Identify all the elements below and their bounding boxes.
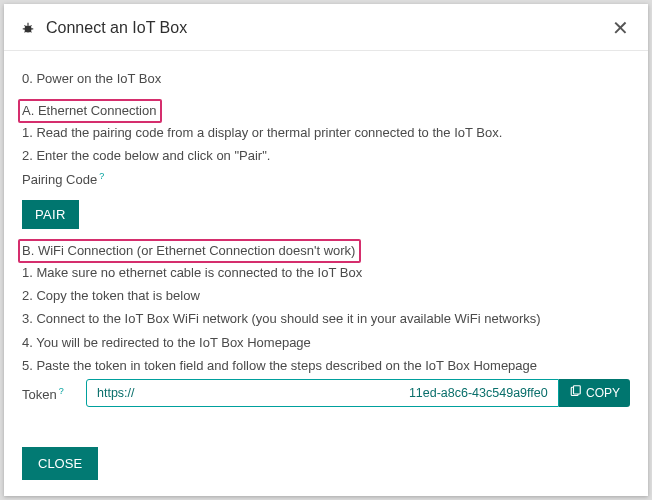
svg-rect-9 <box>573 386 580 394</box>
pair-button[interactable]: PAIR <box>22 200 79 229</box>
section-b-step-3: 3. Connect to the IoT Box WiFi network (… <box>22 309 630 329</box>
copy-icon <box>569 385 581 400</box>
token-input[interactable] <box>86 379 559 407</box>
section-b-title: B. WiFi Connection (or Ethernet Connecti… <box>18 239 361 263</box>
copy-button-label: COPY <box>586 386 620 400</box>
pairing-code-label: Pairing Code? <box>22 170 630 190</box>
pairing-code-help-icon[interactable]: ? <box>99 171 104 181</box>
section-b-step-2: 2. Copy the token that is below <box>22 286 630 306</box>
copy-button[interactable]: COPY <box>559 379 630 407</box>
modal-footer: CLOSE <box>4 435 648 496</box>
section-a-step-1: 1. Read the pairing code from a display … <box>22 123 630 143</box>
section-b-step-1: 1. Make sure no ethernet cable is connec… <box>22 263 630 283</box>
section-a-step-2: 2. Enter the code below and click on "Pa… <box>22 146 630 166</box>
svg-line-6 <box>25 31 27 33</box>
token-row: Token? COPY <box>22 379 630 407</box>
close-icon[interactable]: ✕ <box>608 16 632 40</box>
token-help-icon[interactable]: ? <box>59 386 64 396</box>
pairing-code-label-text: Pairing Code <box>22 172 97 187</box>
token-label-text: Token <box>22 387 57 402</box>
close-button[interactable]: CLOSE <box>22 447 98 480</box>
connect-iot-box-modal: Connect an IoT Box ✕ 0. Power on the IoT… <box>4 4 648 496</box>
modal-header: Connect an IoT Box ✕ <box>4 4 648 51</box>
section-a-title: A. Ethernet Connection <box>18 99 162 123</box>
token-label: Token? <box>22 379 86 407</box>
iot-bug-icon <box>20 20 36 36</box>
svg-line-7 <box>30 31 32 33</box>
svg-line-5 <box>30 25 32 27</box>
section-b-step-5: 5. Paste the token in token field and fo… <box>22 356 630 376</box>
svg-line-4 <box>25 25 27 27</box>
step-0: 0. Power on the IoT Box <box>22 69 630 89</box>
modal-title: Connect an IoT Box <box>46 19 608 37</box>
modal-body: 0. Power on the IoT Box A. Ethernet Conn… <box>4 51 648 435</box>
section-b-step-4: 4. You will be redirected to the IoT Box… <box>22 333 630 353</box>
